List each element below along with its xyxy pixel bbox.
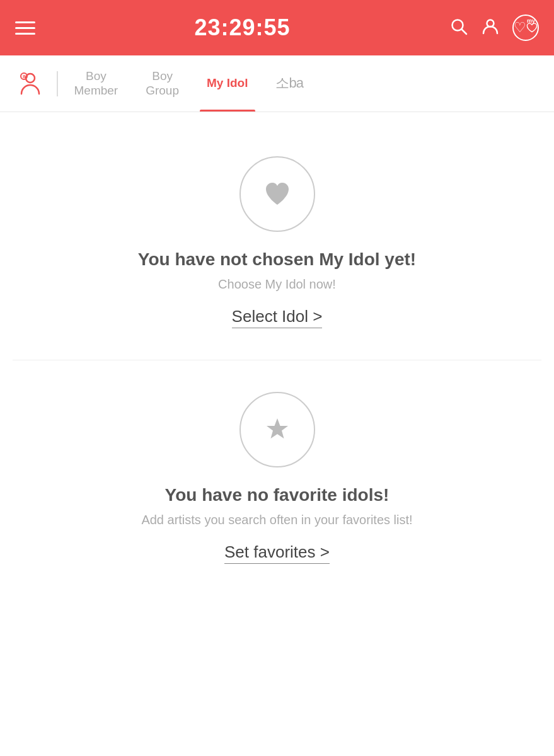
tab-boy-member[interactable]: BoyMember bbox=[61, 55, 132, 112]
main-content: You have not chosen My Idol yet! Choose … bbox=[0, 112, 554, 608]
tab-divider-1 bbox=[57, 71, 58, 96]
favorites-section: You have no favorite idols! Add artists … bbox=[13, 373, 541, 583]
menu-button[interactable] bbox=[15, 21, 35, 35]
svg-line-1 bbox=[461, 29, 466, 34]
star-circle-icon bbox=[239, 392, 315, 467]
tab-boy-member-label: BoyMember bbox=[74, 69, 118, 98]
tab-soba-label: 소ba bbox=[275, 75, 303, 91]
header-time: 23:29:55 bbox=[194, 14, 290, 41]
my-idol-title: You have not chosen My Idol yet! bbox=[138, 249, 416, 270]
svg-text:8: 8 bbox=[23, 74, 26, 79]
tab-boy-group[interactable]: BoyGroup bbox=[132, 55, 193, 112]
my-label: my bbox=[527, 18, 535, 24]
tab-boy-group-label: BoyGroup bbox=[146, 69, 179, 98]
header-icons: my bbox=[449, 14, 539, 41]
profile-icon[interactable] bbox=[481, 17, 500, 39]
set-favorites-button[interactable]: Set favorites > bbox=[224, 542, 330, 564]
heart-circle-icon bbox=[239, 156, 315, 232]
tab-my-idol-label: My Idol bbox=[207, 76, 248, 91]
tab-soba[interactable]: 소ba bbox=[262, 55, 316, 112]
select-idol-button[interactable]: Select Idol > bbox=[232, 307, 323, 328]
my-icon[interactable]: my bbox=[512, 14, 539, 41]
search-icon[interactable] bbox=[449, 17, 468, 39]
my-idol-section: You have not chosen My Idol yet! Choose … bbox=[13, 137, 541, 347]
favorites-title: You have no favorite idols! bbox=[165, 485, 390, 505]
tab-my-idol[interactable]: My Idol bbox=[193, 55, 262, 112]
tab-bar: 8 BoyMember BoyGroup My Idol 소ba bbox=[0, 55, 554, 112]
my-idol-subtitle: Choose My Idol now! bbox=[218, 277, 336, 292]
svg-marker-6 bbox=[267, 418, 288, 438]
section-separator bbox=[13, 360, 541, 360]
header: 23:29:55 my bbox=[0, 0, 554, 55]
tab-icon-person[interactable]: 8 bbox=[6, 70, 54, 98]
favorites-subtitle: Add artists you search often in your fav… bbox=[141, 513, 412, 527]
